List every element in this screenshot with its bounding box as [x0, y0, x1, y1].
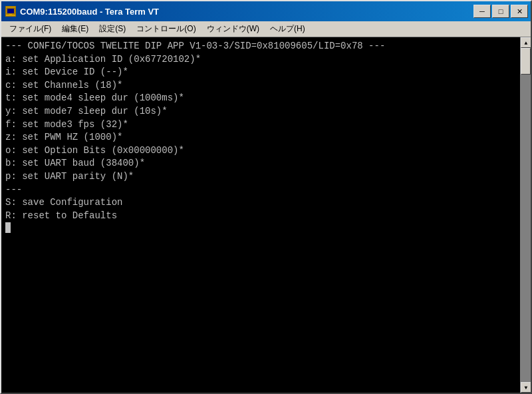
title-buttons: ─ □ ✕	[473, 5, 528, 18]
scrollbar-track[interactable]	[521, 48, 531, 382]
window-title: COM9:115200baud - Tera Term VT	[20, 7, 159, 17]
terminal-container[interactable]: --- CONFIG/TOCOS TWELITE DIP APP V1-03-3…	[1, 37, 531, 393]
terminal-line: p: set UART parity (N)*	[5, 170, 516, 184]
terminal-line: S: save Configuration	[5, 196, 516, 210]
terminal-line: ---	[5, 184, 516, 197]
terminal-line: R: reset to Defaults	[5, 210, 516, 223]
close-button[interactable]: ✕	[511, 5, 528, 18]
svg-rect-2	[9, 14, 12, 15]
terminal-line: a: set Application ID (0x67720102)*	[5, 53, 516, 67]
terminal-cursor	[5, 222, 11, 233]
scrollbar-thumb[interactable]	[521, 48, 531, 75]
terminal-line: z: set PWM HZ (1000)*	[5, 131, 516, 144]
terminal-line: --- CONFIG/TOCOS TWELITE DIP APP V1-03-3…	[5, 40, 516, 53]
menu-window[interactable]: ウィンドウ(W)	[201, 22, 265, 36]
menu-bar: ファイル(F) 編集(E) 設定(S) コントロール(O) ウィンドウ(W) ヘ…	[1, 21, 531, 37]
terminal-content[interactable]: --- CONFIG/TOCOS TWELITE DIP APP V1-03-3…	[1, 37, 520, 393]
minimize-button[interactable]: ─	[473, 5, 491, 18]
maximize-button[interactable]: □	[492, 5, 509, 18]
terminal-line: f: set mode3 fps (32)*	[5, 118, 516, 132]
main-window: COM9:115200baud - Tera Term VT ─ □ ✕ ファイ…	[0, 0, 532, 394]
terminal-line: t: set mode4 sleep dur (1000ms)*	[5, 92, 516, 105]
menu-file[interactable]: ファイル(F)	[4, 22, 57, 36]
scroll-down-button[interactable]: ▼	[521, 382, 531, 393]
scrollbar: ▲ ▼	[520, 37, 531, 393]
terminal-line: o: set Option Bits (0x00000000)*	[5, 144, 516, 158]
svg-rect-1	[7, 9, 14, 13]
svg-rect-3	[8, 15, 13, 16]
menu-control[interactable]: コントロール(O)	[131, 22, 201, 36]
terminal-line: c: set Channels (18)*	[5, 79, 516, 93]
menu-edit[interactable]: 編集(E)	[57, 22, 94, 36]
cursor-line	[5, 222, 516, 233]
scroll-up-button[interactable]: ▲	[521, 37, 531, 48]
app-icon	[5, 6, 16, 17]
title-bar: COM9:115200baud - Tera Term VT ─ □ ✕	[1, 1, 531, 21]
terminal-line: y: set mode7 sleep dur (10s)*	[5, 105, 516, 118]
terminal-line: i: set Device ID (--)*	[5, 66, 516, 79]
title-bar-left: COM9:115200baud - Tera Term VT	[5, 6, 159, 17]
menu-settings[interactable]: 設定(S)	[94, 22, 131, 36]
terminal-line: b: set UART baud (38400)*	[5, 157, 516, 170]
menu-help[interactable]: ヘルプ(H)	[265, 22, 311, 36]
